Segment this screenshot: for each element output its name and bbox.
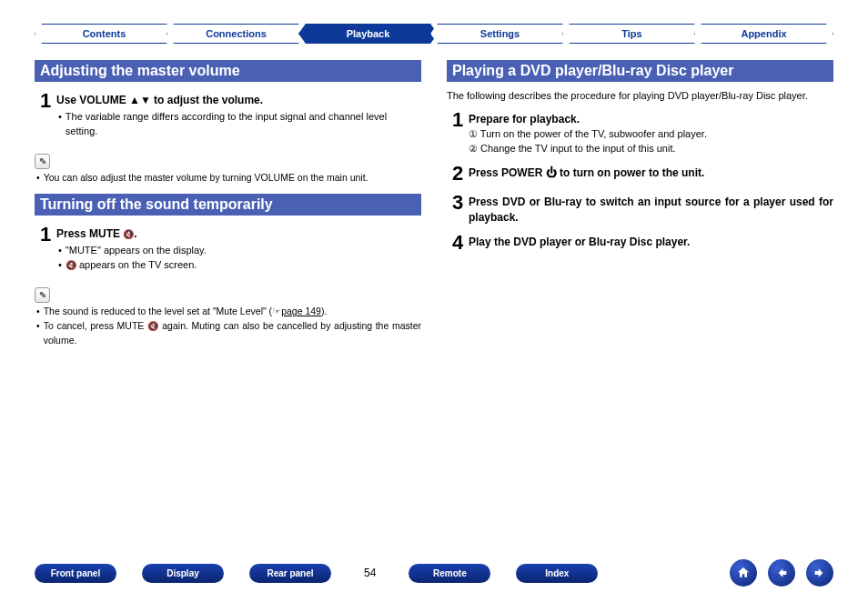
bullet: 🔇 appears on the TV screen.: [56, 258, 421, 273]
right-column: Playing a DVD player/Blu-ray Disc player…: [447, 51, 833, 347]
bullet: The variable range differs according to …: [56, 110, 421, 139]
text: .: [134, 227, 136, 240]
text: "MUTE" appears on the display.: [66, 244, 207, 258]
power-icon: ⏻: [546, 166, 557, 179]
up-down-icon: ▲▼: [129, 94, 151, 106]
tab-label: Appendix: [741, 28, 786, 39]
next-button[interactable]: [806, 559, 833, 587]
step: 1 Prepare for playback. ① Turn on the po…: [447, 108, 833, 156]
step-body: Press POWER ⏻ to turn on power to the un…: [469, 162, 833, 186]
tab-playback[interactable]: Playback: [298, 24, 438, 44]
note-item: To cancel, press MUTE 🔇 again. Muting ca…: [35, 319, 421, 348]
rear-panel-button[interactable]: Rear panel: [249, 564, 331, 583]
tab-label: Playback: [347, 28, 390, 39]
step-title: Press MUTE 🔇.: [56, 226, 421, 242]
text: Press MUTE: [56, 227, 123, 240]
bottom-right-group: Remote Index: [409, 564, 598, 583]
note-list: The sound is reduced to the level set at…: [35, 305, 421, 347]
home-button[interactable]: [730, 559, 757, 587]
text: Use VOLUME: [56, 94, 129, 106]
index-button[interactable]: Index: [516, 564, 598, 583]
pointer-icon: ☞: [272, 306, 281, 316]
text: The sound is reduced to the level set at…: [44, 305, 328, 319]
section-header-dvd: Playing a DVD player/Blu-ray Disc player: [447, 60, 833, 82]
step-bullets: "MUTE" appears on the display. 🔇 appears…: [56, 244, 421, 273]
step-title: Press DVD or Blu-ray to switch an input …: [469, 195, 833, 226]
section-header-mute: Turning off the sound temporarily: [35, 194, 421, 216]
note-item: You can also adjust the master volume by…: [35, 171, 421, 186]
remote-button[interactable]: Remote: [409, 564, 490, 583]
page-link[interactable]: page 149: [281, 306, 321, 316]
bottom-bar: Front panel Display Rear panel 54 Remote…: [35, 559, 833, 587]
left-column: Adjusting the master volume 1 Use VOLUME…: [35, 51, 421, 347]
intro-text: The following describes the procedure fo…: [447, 89, 833, 103]
tab-label: Connections: [206, 28, 267, 39]
bullet: "MUTE" appears on the display.: [56, 244, 421, 258]
tab-tips[interactable]: Tips: [562, 24, 701, 44]
text: The variable range differs according to …: [66, 110, 421, 139]
mute-icon: 🔇: [66, 260, 76, 270]
step-number: 4: [447, 231, 469, 255]
tab-settings[interactable]: Settings: [430, 24, 570, 44]
text: to adjust the volume.: [151, 94, 263, 106]
arrow-left-icon: [774, 566, 789, 580]
step-body: Use VOLUME ▲▼ to adjust the volume. The …: [56, 89, 421, 139]
front-panel-button[interactable]: Front panel: [35, 564, 116, 583]
step-number: 2: [447, 162, 469, 186]
step-title: Press POWER ⏻ to turn on power to the un…: [469, 166, 833, 181]
step-body: Prepare for playback. ① Turn on the powe…: [469, 108, 833, 156]
text: 🔇 appears on the TV screen.: [66, 258, 197, 273]
step: 1 Use VOLUME ▲▼ to adjust the volume. Th…: [35, 89, 421, 139]
step: 2 Press POWER ⏻ to turn on power to the …: [447, 162, 833, 186]
tab-contents[interactable]: Contents: [35, 24, 174, 44]
home-icon: [736, 566, 751, 580]
mute-icon: 🔇: [147, 321, 159, 331]
tab-appendix[interactable]: Appendix: [694, 24, 833, 44]
tab-label: Tips: [621, 28, 641, 39]
step-body: Press MUTE 🔇. "MUTE" appears on the disp…: [56, 223, 421, 273]
text: Press POWER: [469, 166, 546, 179]
substep: ② Change the TV input to the input of th…: [469, 142, 833, 156]
tab-label: Settings: [480, 28, 520, 39]
prev-button[interactable]: [768, 559, 795, 587]
step-body: Play the DVD player or Blu-ray Disc play…: [469, 231, 833, 255]
step-bullets: The variable range differs according to …: [56, 110, 421, 139]
note-item: The sound is reduced to the level set at…: [35, 305, 421, 319]
step: 3 Press DVD or Blu-ray to switch an inpu…: [447, 191, 833, 226]
step-number: 1: [35, 223, 56, 273]
section-header-master-volume: Adjusting the master volume: [35, 60, 421, 82]
tab-connections[interactable]: Connections: [167, 24, 306, 44]
display-button[interactable]: Display: [142, 564, 224, 583]
step-body: Press DVD or Blu-ray to switch an input …: [469, 191, 833, 226]
step: 1 Press MUTE 🔇. "MUTE" appears on the di…: [35, 223, 421, 273]
note-list: You can also adjust the master volume by…: [35, 171, 421, 186]
tab-label: Contents: [83, 28, 126, 39]
text: To cancel, press MUTE 🔇 again. Muting ca…: [44, 319, 421, 348]
pencil-note-icon: ✎: [35, 287, 50, 303]
mute-icon: 🔇: [123, 229, 134, 239]
page-number: 54: [364, 567, 376, 579]
text: to turn on power to the unit.: [557, 166, 705, 179]
step: 4 Play the DVD player or Blu-ray Disc pl…: [447, 231, 833, 255]
arrow-right-icon: [812, 566, 827, 580]
step-title: Prepare for playback.: [469, 112, 833, 127]
step-number: 3: [447, 191, 469, 226]
step-title: Play the DVD player or Blu-ray Disc play…: [469, 235, 833, 250]
nav-icons: [730, 559, 833, 587]
bottom-left-group: Front panel Display Rear panel: [35, 564, 331, 583]
step-title: Use VOLUME ▲▼ to adjust the volume.: [56, 93, 421, 108]
substep: ① Turn on the power of the TV, subwoofer…: [469, 127, 833, 142]
step-number: 1: [35, 89, 56, 139]
text: You can also adjust the master volume by…: [44, 171, 368, 186]
top-tabs: Contents Connections Playback Settings T…: [0, 0, 868, 44]
page-body: Adjusting the master volume 1 Use VOLUME…: [0, 44, 868, 347]
step-number: 1: [447, 108, 469, 156]
pencil-note-icon: ✎: [35, 154, 50, 169]
